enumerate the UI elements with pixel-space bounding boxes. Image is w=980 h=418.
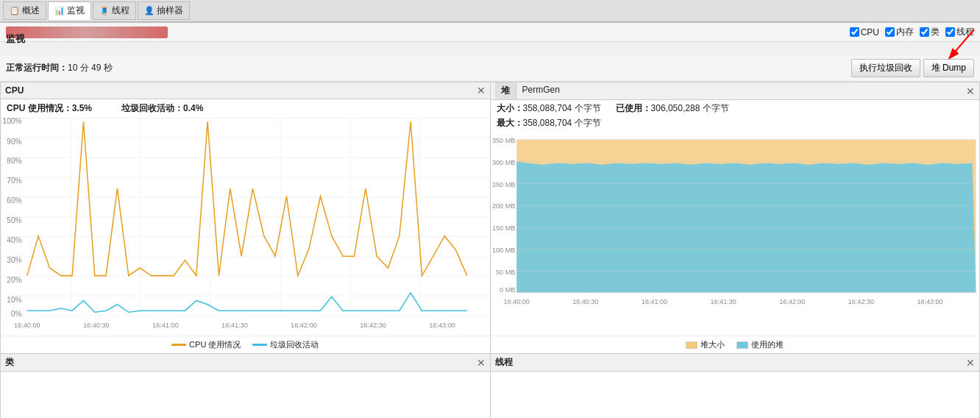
gc-activity-label: 垃圾回收活动：0.4% (121, 102, 203, 115)
heap-max-info: 最大：358,088,704 个字节 (491, 117, 980, 132)
tab-monitor[interactable]: 📊 监视 (48, 1, 91, 20)
legend-cpu: CPU 使用情况 (171, 339, 241, 350)
checkbox-cpu[interactable]: CPU (850, 27, 879, 38)
checkbox-memory[interactable]: 内存 (885, 26, 914, 38)
classes-panel-header: 类 ✕ (1, 354, 490, 372)
svg-text:80%: 80% (7, 157, 21, 165)
heap-size-info: 大小：358,088,704 个字节 (497, 102, 601, 115)
svg-text:16:41:30: 16:41:30 (221, 322, 248, 329)
thread-icon: 🧵 (99, 6, 110, 15)
checkbox-thread[interactable]: 线程 (945, 26, 974, 38)
svg-text:10%: 10% (7, 295, 21, 303)
svg-text:16:43:00: 16:43:00 (917, 298, 942, 305)
bottom-panels-row: 类 ✕ 线程 ✕ (0, 354, 980, 418)
svg-text:16:40:00: 16:40:00 (503, 298, 529, 305)
svg-text:0 MB: 0 MB (500, 286, 515, 294)
checkbox-class[interactable]: 类 (920, 26, 940, 38)
heap-tab[interactable]: 堆 (495, 82, 516, 99)
heap-dump-button[interactable]: 堆 Dump (923, 59, 974, 77)
svg-text:16:40:00: 16:40:00 (14, 322, 40, 329)
tab-sampler[interactable]: 👤 抽样器 (138, 1, 190, 20)
overview-icon: 📋 (10, 6, 20, 15)
heap-panel: 堆 PermGen ✕ 大小：358,088,704 个字节 已使用：306,0… (491, 82, 981, 354)
svg-text:20%: 20% (7, 276, 21, 284)
svg-text:16:42:30: 16:42:30 (848, 298, 873, 305)
threads-panel-close[interactable]: ✕ (966, 357, 975, 369)
gc-button[interactable]: 执行垃圾回收 (851, 59, 920, 77)
svg-text:200 MB: 200 MB (492, 202, 515, 210)
classes-panel: 类 ✕ (0, 354, 491, 418)
classes-panel-close[interactable]: ✕ (477, 357, 486, 369)
heap-used-info: 已使用：306,050,288 个字节 (616, 102, 729, 115)
cpu-panel-title: CPU (5, 85, 24, 96)
monitor-icon: 📊 (54, 6, 65, 15)
svg-text:70%: 70% (7, 177, 21, 185)
svg-text:100 MB: 100 MB (492, 247, 515, 254)
legend-gc: 垃圾回收活动 (252, 339, 319, 350)
cpu-panel-header: CPU ✕ (1, 82, 490, 99)
checkboxes-bar: CPU 内存 类 线程 (850, 26, 974, 38)
tab-thread-label: 线程 (112, 4, 129, 17)
cpu-panel-subheader: CPU 使用情况：3.5% 垃圾回收活动：0.4% (1, 99, 490, 118)
heap-panel-subheader: 大小：358,088,704 个字节 已使用：306,050,288 个字节 (491, 100, 980, 117)
svg-text:16:41:00: 16:41:00 (152, 322, 179, 329)
heap-panel-close[interactable]: ✕ (966, 85, 975, 97)
heap-chart-area: 350 MB 300 MB 250 MB 200 MB 150 MB 100 M… (491, 132, 980, 336)
legend-heap-size-color (686, 341, 697, 349)
tab-thread[interactable]: 🧵 线程 (93, 1, 136, 20)
permgen-tab[interactable]: PermGen (516, 82, 566, 99)
svg-text:40%: 40% (7, 236, 21, 244)
tab-sampler-label: 抽样器 (157, 4, 183, 17)
svg-text:0%: 0% (11, 309, 22, 317)
action-buttons: 执行垃圾回收 堆 Dump (851, 59, 974, 77)
svg-text:16:43:00: 16:43:00 (429, 322, 455, 329)
svg-text:50%: 50% (7, 216, 21, 224)
classes-panel-title: 类 (5, 356, 14, 369)
heap-chart-legend: 堆大小 使用的堆 (491, 336, 980, 353)
tab-overview[interactable]: 📋 概述 (3, 1, 46, 20)
svg-text:16:41:00: 16:41:00 (641, 298, 667, 305)
tab-overview-label: 概述 (22, 4, 40, 17)
cpu-usage-label: CPU 使用情况：3.5% (7, 102, 92, 115)
cpu-chart-svg: 100% 90% 80% 70% 60% 50% 40% 30% 20% 10%… (1, 118, 490, 336)
monitor-section-label: 监视 (6, 32, 25, 46)
svg-text:100%: 100% (3, 118, 22, 125)
heap-panel-header: 堆 PermGen ✕ (491, 82, 980, 100)
svg-rect-2 (1, 118, 490, 316)
svg-text:250 MB: 250 MB (492, 180, 515, 188)
svg-text:16:42:30: 16:42:30 (360, 322, 386, 329)
legend-heap-used: 使用的堆 (736, 339, 784, 350)
svg-text:16:42:00: 16:42:00 (779, 298, 805, 305)
profiler-name-bar (6, 26, 168, 38)
threads-panel-title: 线程 (495, 356, 513, 369)
svg-text:300 MB: 300 MB (492, 159, 515, 166)
svg-text:16:40:30: 16:40:30 (83, 322, 110, 329)
tab-monitor-label: 监视 (67, 4, 85, 17)
top-tabs-bar: 📋 概述 📊 监视 🧵 线程 👤 抽样器 (0, 0, 980, 23)
svg-text:150 MB: 150 MB (492, 224, 515, 232)
heap-used-area (516, 161, 976, 292)
legend-heap-used-color (736, 341, 748, 349)
threads-panel-header: 线程 ✕ (491, 354, 980, 372)
svg-text:16:42:00: 16:42:00 (291, 322, 317, 329)
svg-text:90%: 90% (7, 138, 21, 146)
svg-text:350 MB: 350 MB (492, 137, 515, 144)
title-bar: 监视 CPU 内存 类 线程 (0, 23, 980, 42)
svg-text:60%: 60% (7, 196, 21, 205)
svg-text:16:40:30: 16:40:30 (572, 298, 598, 305)
svg-text:16:41:30: 16:41:30 (710, 298, 736, 305)
main-panels-row: CPU ✕ CPU 使用情况：3.5% 垃圾回收活动：0.4% 100% 90%… (0, 82, 980, 354)
uptime-display: 正常运行时间：10 分 49 秒 (6, 62, 113, 74)
legend-heap-size: 堆大小 (686, 339, 725, 350)
sampler-icon: 👤 (144, 6, 155, 15)
cpu-panel-close[interactable]: ✕ (477, 85, 486, 96)
heap-chart-svg: 350 MB 300 MB 250 MB 200 MB 150 MB 100 M… (491, 132, 980, 336)
cpu-chart-legend: CPU 使用情况 垃圾回收活动 (1, 336, 490, 353)
svg-text:50 MB: 50 MB (496, 269, 515, 276)
cpu-chart-area: 100% 90% 80% 70% 60% 50% 40% 30% 20% 10%… (1, 118, 490, 336)
svg-text:30%: 30% (7, 255, 21, 263)
cpu-panel: CPU ✕ CPU 使用情况：3.5% 垃圾回收活动：0.4% 100% 90%… (0, 82, 491, 354)
threads-panel: 线程 ✕ (491, 354, 981, 418)
legend-cpu-color (171, 344, 186, 346)
uptime-bar: 正常运行时间：10 分 49 秒 执行垃圾回收 堆 Dump (0, 55, 980, 82)
